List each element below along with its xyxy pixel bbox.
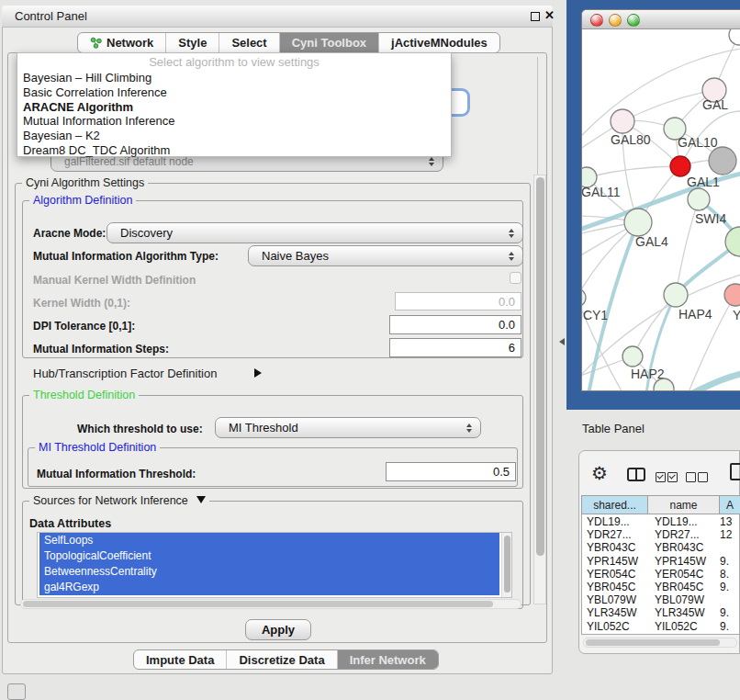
kernel-width-field[interactable]: 0.0 — [395, 292, 521, 310]
which-threshold-value: MI Threshold — [216, 421, 466, 435]
gear-icon[interactable]: ⚙ — [591, 462, 608, 484]
dpi-tolerance-field[interactable]: 0.0 — [389, 315, 521, 334]
network-node[interactable] — [709, 147, 736, 175]
network-node-label: Y — [733, 308, 740, 322]
algorithm-option[interactable]: Basic Correlation Inference — [17, 85, 451, 100]
table-row[interactable]: YBR043CYBR043C — [582, 541, 740, 554]
network-node-gal1[interactable] — [670, 156, 690, 176]
network-node-y[interactable] — [724, 284, 740, 306]
network-node-label: GAL10 — [678, 135, 718, 150]
mi-threshold-field[interactable]: 0.5 — [386, 462, 516, 481]
algorithm-option[interactable]: Bayesian – Hill Climbing — [17, 71, 451, 85]
minimize-traffic-light-icon[interactable] — [609, 14, 622, 27]
table-cell: YDL19... — [648, 515, 720, 528]
mi-algorithm-type-label: Mutual Information Algorithm Type: — [33, 250, 219, 263]
table-row[interactable]: YDR27...YDR27...12 — [582, 528, 740, 541]
dock-panel-icon[interactable] — [7, 683, 26, 700]
aracne-mode-combobox[interactable]: Discovery — [107, 222, 523, 243]
sources-expander[interactable]: Sources for Network Inference — [29, 495, 209, 507]
tab-label: Impute Data — [146, 653, 214, 667]
data-attributes-list[interactable]: SelfLoopsTopologicalCoefficientBetweenne… — [37, 532, 512, 598]
network-node-hap2[interactable] — [622, 346, 643, 367]
tab-label: Style — [178, 36, 207, 50]
column-header-shared-name[interactable]: shared... — [581, 495, 648, 514]
tab-cyni-toolbox[interactable]: Cyni Toolbox — [280, 33, 379, 52]
settings-scrollbar[interactable] — [533, 175, 546, 604]
table-horizontal-scrollbar-thumb[interactable] — [586, 639, 720, 646]
table-horizontal-scrollbar[interactable] — [583, 638, 737, 648]
tab-jactivemnodules[interactable]: jActiveMNodules — [379, 33, 499, 52]
network-node-gal4[interactable] — [624, 209, 652, 236]
network-node-gal80[interactable] — [611, 109, 634, 133]
mi-steps-field[interactable]: 6 — [389, 338, 521, 357]
table-cell: YIL052C — [648, 620, 720, 631]
which-threshold-label: Which threshold to use: — [77, 423, 203, 435]
table-row[interactable]: YDL19...YDL19...13 — [582, 515, 740, 528]
hide-unchecked-column-icon[interactable] — [686, 472, 696, 482]
tab-style[interactable]: Style — [166, 33, 219, 52]
table-cell: YDL19... — [582, 515, 648, 528]
network-node-gcy1[interactable] — [582, 288, 586, 307]
float-window-icon[interactable] — [531, 12, 540, 21]
table-row[interactable]: YIL052CYIL052C9. — [582, 620, 740, 632]
splitpane-collapse-icon[interactable] — [559, 338, 565, 345]
attribute-list-item[interactable]: TopologicalCoefficient — [39, 548, 499, 564]
attribute-list-scrollbar-thumb[interactable] — [504, 536, 510, 593]
attribute-list-scrollbar[interactable] — [501, 533, 511, 597]
table-cell: YPR145W — [648, 555, 720, 568]
show-checked-column-icon[interactable] — [656, 472, 666, 482]
tab-discretize-data[interactable]: Discretize Data — [227, 650, 337, 669]
sources-horizontal-scrollbar[interactable] — [20, 599, 521, 609]
close-icon[interactable]: ✕ — [544, 8, 555, 22]
column-header-partial[interactable]: A — [719, 495, 740, 514]
sources-horizontal-scrollbar-thumb[interactable] — [23, 601, 493, 607]
kernel-width-label: Kernel Width (0,1): — [33, 297, 130, 310]
network-edge[interactable] — [622, 90, 714, 121]
tab-impute-data[interactable]: Impute Data — [134, 650, 227, 669]
attribute-list-item[interactable]: BetweennessCentrality — [39, 564, 499, 580]
combo-arrows-icon — [429, 157, 434, 166]
algorithm-option[interactable]: Dream8 DC_TDC Algorithm — [17, 143, 451, 158]
network-canvas[interactable]: GALGAL80GAL10GAL1GAL11SWI4GAL4GCY1HAP4YH… — [582, 29, 740, 391]
tab-infer-network[interactable]: Infer Network — [338, 650, 438, 669]
table-row[interactable]: YLR345WYLR345W9. — [582, 606, 740, 619]
hide-unchecked-column-icon[interactable] — [698, 472, 708, 482]
algorithm-option[interactable]: ARACNE Algorithm — [17, 100, 451, 115]
column-header-name[interactable]: name — [647, 495, 720, 514]
tab-select[interactable]: Select — [219, 33, 279, 52]
close-traffic-light-icon[interactable] — [590, 14, 603, 27]
network-window-titlebar[interactable] — [582, 10, 740, 29]
columns-icon[interactable] — [627, 468, 645, 481]
table-row[interactable]: YBR045CYBR045C9. — [582, 581, 740, 593]
combo-arrows-icon — [509, 252, 514, 261]
mi-algorithm-type-combobox[interactable]: Naive Bayes — [248, 245, 523, 266]
algorithm-option[interactable]: Bayesian – K2 — [17, 129, 451, 143]
table-row[interactable]: YBL079WYBL079W — [582, 593, 740, 606]
network-node-hap4[interactable] — [664, 283, 688, 307]
zoom-traffic-light-icon[interactable] — [627, 14, 640, 27]
attribute-list-item[interactable]: SelfLoops — [39, 533, 499, 548]
settings-scrollbar-thumb[interactable] — [536, 177, 544, 556]
tab-label: Select — [231, 36, 266, 50]
network-node-swi4[interactable] — [688, 188, 710, 210]
network-node[interactable] — [729, 29, 740, 45]
algorithm-option[interactable]: Mutual Information Inference — [17, 114, 451, 129]
table-cell: 8. — [720, 568, 740, 581]
table-row[interactable]: YER054CYER054C8. — [582, 568, 740, 581]
which-threshold-combobox[interactable]: MI Threshold — [215, 417, 481, 438]
mi-steps-label: Mutual Information Steps: — [33, 343, 169, 356]
export-table-icon[interactable] — [730, 463, 740, 480]
table-row[interactable]: YPR145WYPR145W9. — [582, 555, 740, 568]
tab-network[interactable]: Network — [78, 33, 166, 52]
apply-button[interactable]: Apply — [245, 619, 311, 640]
expander-collapsed-icon[interactable] — [254, 368, 262, 378]
show-checked-column-icon[interactable] — [667, 472, 678, 482]
attribute-list-item[interactable]: gal4RGexp — [39, 580, 499, 595]
network-edge[interactable] — [587, 166, 680, 177]
manual-kernel-width-checkbox[interactable] — [510, 272, 521, 284]
table-body: YDL19...YDL19...13YDR27...YDR27...12YBR0… — [582, 515, 740, 631]
algorithm-dropdown-prompt: Select algorithm to view settings — [17, 53, 451, 71]
hub-definition-expander[interactable]: Hub/Transcription Factor Definition — [33, 367, 217, 380]
table-panel-title: Table Panel — [582, 422, 645, 435]
network-edge-highlighted[interactable] — [691, 374, 740, 391]
